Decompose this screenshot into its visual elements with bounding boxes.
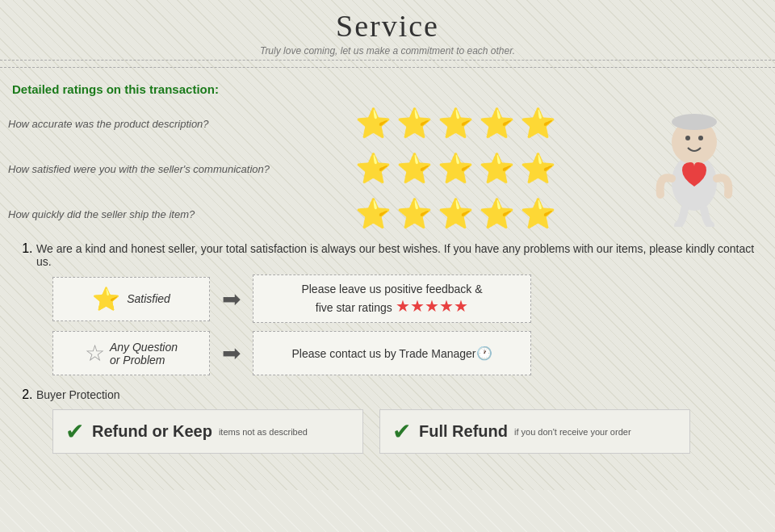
satisfied-row: ⭐ Satisfied ➡ Please leave us positive f… [52,274,759,323]
question-label-2: or Problem [110,354,178,367]
stars-2: ⭐ ⭐ ⭐ ⭐ ⭐ [355,154,556,183]
star-3-3: ⭐ [438,199,474,228]
star-1-1: ⭐ [355,109,392,138]
star-2-5: ⭐ [520,154,556,183]
feedback-line2: five star ratings [316,301,392,314]
question-row: ☆ Any Question or Problem ➡ Please conta… [52,331,759,375]
star-3-5: ⭐ [520,199,556,228]
contact-box: Please contact us by Trade Manager 🕐 [253,331,531,375]
question-star-icon: ☆ [85,340,105,367]
feedback-star-icons: ★★★★★ [396,297,468,315]
page-title: Service [0,8,775,44]
star-2-2: ⭐ [396,154,433,183]
header-subtitle: Truly love coming, let us make a commitm… [0,45,775,57]
svg-point-3 [698,136,703,140]
stars-3: ⭐ ⭐ ⭐ ⭐ ⭐ [355,199,556,228]
star-1-2: ⭐ [396,109,433,138]
question-text-block: Any Question or Problem [110,341,178,367]
point-1-text: We are a kind and honest seller, your to… [36,242,759,268]
star-1-5: ⭐ [520,109,556,138]
question-label-1: Any Question [110,341,178,354]
star-2-1: ⭐ [355,154,392,183]
rating-row-2: How satisfied were you with the seller's… [8,151,759,186]
stars-1: ⭐ ⭐ ⭐ ⭐ ⭐ [355,109,556,138]
clock-icon: 🕐 [476,346,492,361]
star-3-1: ⭐ [355,199,392,228]
rating-question-2: How satisfied were you with the seller's… [8,163,347,175]
feedback-line1: Please leave us positive feedback & [301,283,482,295]
buyer-protection-title: Buyer Protection [36,388,759,401]
star-3-4: ⭐ [479,199,515,228]
refund-keep-sub: items not as described [219,427,308,437]
character-illustration [654,98,735,227]
star-3-2: ⭐ [396,199,433,228]
points-list: We are a kind and honest seller, your to… [24,241,759,454]
star-2-4: ⭐ [479,154,515,183]
rating-question-3: How quickly did the seller ship the item… [8,208,347,220]
star-1-4: ⭐ [479,109,515,138]
question-box: ☆ Any Question or Problem [52,331,210,375]
protection-boxes: ✔ Refund or Keep items not as described … [52,409,759,454]
page-container: Service Truly love coming, let us make a… [0,0,775,490]
header: Service Truly love coming, let us make a… [0,0,775,61]
full-refund-box: ✔ Full Refund if you don't receive your … [379,409,690,454]
full-refund-sub: if you don't receive your order [514,427,631,437]
satisfied-label: Satisfied [127,292,170,305]
satisfied-box: ⭐ Satisfied [52,277,210,321]
content-area: Detailed ratings on this transaction: [0,74,775,474]
check-icon-2: ✔ [392,418,411,445]
point-2: Buyer Protection ✔ Refund or Keep items … [36,387,759,454]
rating-question-1: How accurate was the product description… [8,118,347,130]
feedback-content: Please leave us positive feedback & five… [301,282,482,316]
svg-point-4 [672,114,717,130]
arrow-2: ➡ [222,340,241,367]
satisfied-star-icon: ⭐ [92,286,120,312]
check-icon-1: ✔ [65,418,84,445]
rating-row-3: How quickly did the seller ship the item… [8,196,759,232]
arrow-1: ➡ [222,286,241,312]
refund-keep-box: ✔ Refund or Keep items not as described [52,409,363,454]
star-1-3: ⭐ [438,109,474,138]
section-title: Detailed ratings on this transaction: [12,82,759,96]
svg-point-2 [685,136,690,140]
full-refund-main: Full Refund [419,422,508,441]
feedback-box: Please leave us positive feedback & five… [253,274,531,323]
rating-row-1: How accurate was the product description… [8,106,759,141]
point-1: We are a kind and honest seller, your to… [36,241,759,375]
contact-text: Please contact us by Trade Manager [291,347,475,360]
star-2-3: ⭐ [438,154,474,183]
refund-keep-main: Refund or Keep [92,422,212,441]
ratings-section: How accurate was the product description… [8,106,759,232]
